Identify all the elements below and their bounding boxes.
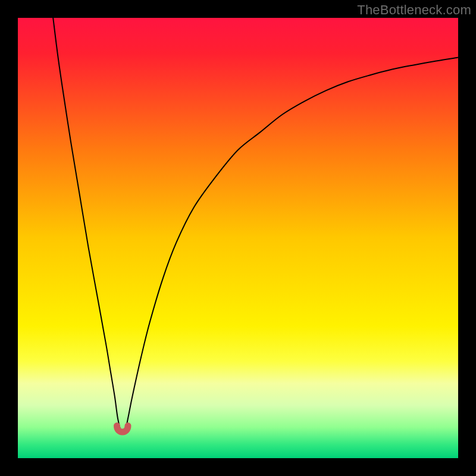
chart-frame: TheBottleneck.com <box>0 0 476 476</box>
plot-area <box>18 18 458 458</box>
chart-svg <box>18 18 458 458</box>
gradient-background <box>18 18 458 458</box>
attribution-text: TheBottleneck.com <box>357 2 471 18</box>
